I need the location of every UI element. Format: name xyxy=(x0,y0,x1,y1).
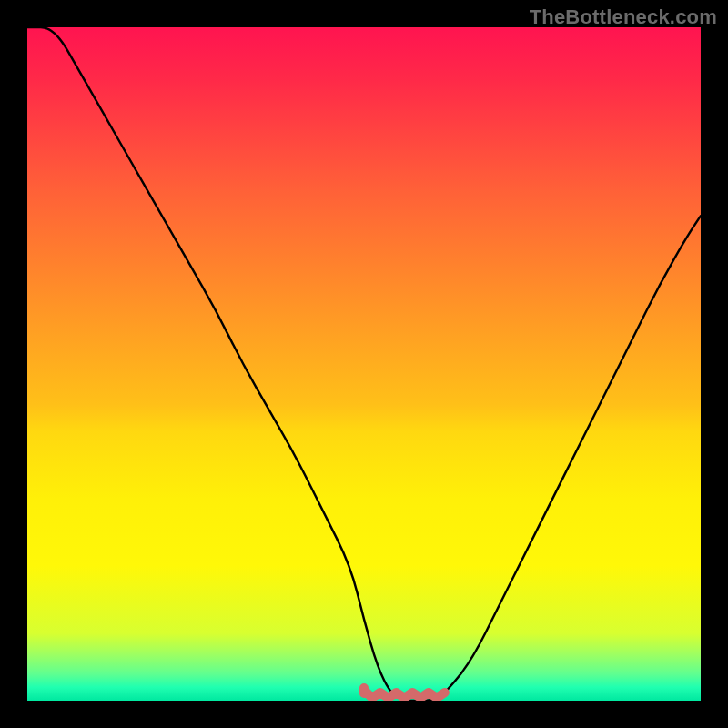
chart-frame: TheBottleneck.com xyxy=(0,0,728,728)
curve-svg xyxy=(27,27,701,701)
plot-area xyxy=(27,27,701,701)
bottleneck-curve xyxy=(27,27,701,701)
watermark-text: TheBottleneck.com xyxy=(530,5,717,29)
trough-marker xyxy=(364,688,445,698)
